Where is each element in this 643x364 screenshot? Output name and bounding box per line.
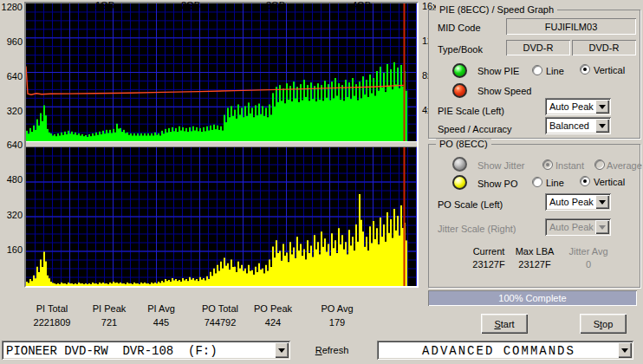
- drive-selector-value: PIONEER DVD-RW DVR-108 (F:): [6, 344, 273, 358]
- pie-line-label: Line: [546, 66, 564, 76]
- jitter-scale-dropdown-arrow-icon: [595, 220, 609, 234]
- advanced-commands-dropdown-arrow-icon[interactable]: [618, 342, 632, 358]
- y-axis-tick: 320: [0, 210, 23, 220]
- pie-speed-chart: [26, 3, 417, 141]
- progress-bar: 100% Complete: [428, 290, 637, 306]
- stat-value: 179: [301, 317, 373, 328]
- po-scale-value: Auto Peak: [549, 197, 594, 207]
- refresh-button[interactable]: Refresh: [305, 345, 359, 355]
- po-line-label: Line: [546, 178, 564, 188]
- x-axis-tick: 3GB: [257, 0, 295, 10]
- stat-label: PO Peak: [237, 303, 309, 314]
- pie-scale-value: Auto Peak: [549, 101, 594, 112]
- po-vertical-label: Vertical: [594, 177, 625, 187]
- mid-code-value: FUJIFILM03: [545, 22, 598, 32]
- pie-scale-label: PIE Scale (Left): [438, 106, 504, 116]
- jitter-instant-radio: [542, 159, 553, 170]
- show-pie-led[interactable]: [452, 63, 467, 78]
- po-scale-dropdown-arrow-icon[interactable]: [595, 195, 609, 209]
- pie-line-radio[interactable]: [532, 65, 542, 75]
- po-vertical-radio[interactable]: [580, 176, 590, 186]
- show-jitter-label: Show Jitter: [477, 160, 524, 171]
- jitter-avg-value: 0: [562, 259, 614, 270]
- max-lba-label: Max LBA: [509, 246, 561, 257]
- jitter-scale-combo: Auto Peak: [545, 218, 611, 236]
- po-group-title: PO (8ECC): [436, 139, 491, 149]
- stat-column: PO Peak424: [237, 303, 309, 328]
- speed-accuracy-dropdown-arrow-icon[interactable]: [595, 119, 609, 133]
- progress-text: 100% Complete: [498, 293, 566, 303]
- speed-accuracy-combo[interactable]: Balanced: [545, 117, 611, 134]
- pie-vertical-label: Vertical: [594, 65, 625, 75]
- chart-frame: [24, 2, 419, 288]
- drive-selector-combo[interactable]: PIONEER DVD-RW DVR-108 (F:): [2, 341, 290, 360]
- max-lba-value: 23127F: [509, 259, 561, 270]
- x-axis-tick: 2GB: [172, 0, 210, 10]
- po-scale-combo[interactable]: Auto Peak: [545, 193, 611, 211]
- y-axis-tick: 640: [0, 71, 23, 81]
- x-axis-tick: 1GB: [86, 0, 124, 10]
- stat-column: PO Avg179: [301, 303, 373, 328]
- show-pie-label: Show PIE: [477, 66, 519, 76]
- disc-type-value: DVD-R: [523, 42, 554, 53]
- mid-code-field: FUJIFILM03: [506, 18, 636, 35]
- advanced-commands-value: ADVANCED COMMANDS: [381, 344, 616, 358]
- po-line-radio[interactable]: [532, 177, 542, 187]
- advanced-commands-combo[interactable]: ADVANCED COMMANDS: [377, 341, 633, 360]
- start-button[interactable]: Start: [481, 314, 528, 334]
- jitter-average-label: Average: [607, 160, 642, 171]
- po-chart: [26, 147, 417, 286]
- show-speed-label: Show Speed: [477, 86, 531, 96]
- pie-scale-combo[interactable]: Auto Peak: [545, 98, 611, 115]
- speed-accuracy-label: Speed / Accuracy: [438, 124, 512, 134]
- disc-type-field: DVD-R: [506, 40, 570, 55]
- pie-group-title: PIE (8ECC) / Speed Graph: [436, 4, 557, 15]
- stop-button[interactable]: Stop: [580, 314, 627, 334]
- jitter-scale-label: Jitter Scale (Right): [438, 224, 516, 234]
- stat-value: 424: [237, 317, 309, 328]
- y-axis-tick: 640: [0, 140, 23, 150]
- jitter-avg-label: Jitter Avg: [562, 246, 614, 257]
- show-po-led[interactable]: [452, 175, 467, 190]
- pie-scale-dropdown-arrow-icon[interactable]: [595, 100, 609, 114]
- x-axis-tick: 4GB: [342, 0, 380, 10]
- y-axis-tick: 160: [0, 244, 23, 255]
- show-po-label: Show PO: [477, 179, 517, 189]
- pie-vertical-radio[interactable]: [580, 64, 590, 75]
- jitter-scale-value: Auto Peak: [549, 222, 594, 232]
- app-window: 1280960640320640480320160 16x12x8x4x 1GB…: [0, 0, 643, 364]
- jitter-average-radio: [594, 159, 605, 170]
- jitter-instant-label: Instant: [555, 160, 584, 171]
- chart-divider: [26, 141, 417, 147]
- pie-speed-group: PIE (8ECC) / Speed Graph MID Code FUJIFI…: [428, 10, 640, 139]
- po-scale-label: PO Scale (Left): [438, 199, 503, 210]
- y-axis-tick: 320: [0, 106, 23, 116]
- show-speed-led[interactable]: [452, 83, 467, 98]
- y-axis-tick: 1280: [0, 2, 23, 12]
- type-book-label: Type/Book: [438, 44, 483, 55]
- book-type-field: DVD-R: [572, 40, 636, 55]
- show-jitter-led: [452, 157, 467, 172]
- stat-label: PO Avg: [301, 303, 373, 314]
- mid-code-label: MID Code: [438, 23, 481, 33]
- y-axis-tick: 480: [0, 174, 23, 185]
- book-type-value: DVD-R: [589, 42, 620, 53]
- po-group: PO (8ECC) Show Jitter Instant Average Sh…: [428, 144, 640, 288]
- drive-selector-dropdown-arrow-icon[interactable]: [275, 342, 289, 358]
- y-axis-tick: 960: [0, 36, 23, 47]
- speed-accuracy-value: Balanced: [549, 120, 594, 131]
